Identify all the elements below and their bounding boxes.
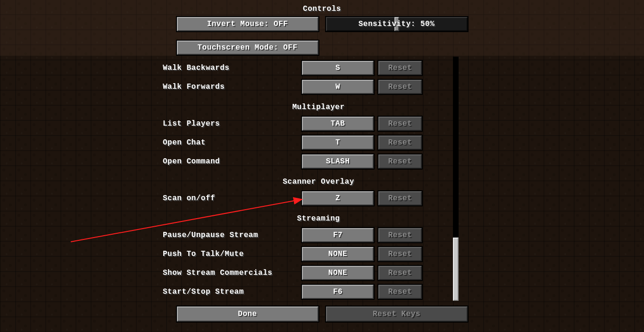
section-heading-text: Scanner Overlay [283, 178, 354, 186]
keybind-label: Push To Talk/Mute [163, 250, 244, 258]
invert-mouse-button[interactable]: Invert Mouse: OFF [177, 17, 318, 31]
touchscreen-mode-button[interactable]: Touchscreen Mode: OFF [177, 41, 318, 55]
keybind-reset-button: Reset [378, 228, 422, 242]
keybind-label: Walk Forwards [163, 83, 225, 91]
keybind-reset-button: Reset [378, 136, 422, 150]
keybind-key-label: W [335, 83, 340, 91]
keybind-label: Open Command [163, 157, 220, 166]
keybind-key-button[interactable]: F7 [302, 228, 374, 242]
keybind-key-button[interactable]: SLASH [302, 154, 374, 169]
keybind-reset-label: Reset [388, 64, 412, 72]
keybind-key-label: F6 [333, 288, 343, 296]
keybind-reset-button: Reset [378, 61, 422, 75]
keybind-reset-button: Reset [378, 285, 422, 299]
keybind-key-label: T [335, 138, 340, 147]
done-label: Done [238, 310, 257, 318]
keybind-key-button[interactable]: NONE [302, 266, 374, 280]
keybind-key-label: SLASH [326, 157, 350, 166]
keybind-label: Open Chat [163, 138, 206, 147]
keybind-label: Walk Backwards [163, 64, 229, 72]
keybind-reset-label: Reset [388, 138, 412, 147]
keybind-reset-button: Reset [378, 154, 422, 169]
section-heading: Multiplayer [163, 103, 474, 111]
header-row-1: Invert Mouse: OFF Sensitivity: 50% [177, 17, 468, 31]
keybind-reset-label: Reset [388, 157, 412, 166]
keybind-reset-button: Reset [378, 266, 422, 280]
keybind-key-label: F7 [333, 231, 343, 239]
keybind-key-label: NONE [328, 250, 347, 258]
sensitivity-label: Sensitivity: 50% [359, 20, 435, 28]
keybind-row: Push To Talk/MuteNONEReset [163, 247, 474, 262]
section-heading: Streaming [163, 214, 474, 223]
keybind-row: Open ChatTReset [163, 135, 474, 150]
keybind-row: Start/Stop StreamF6Reset [163, 284, 474, 299]
keybind-row: Walk BackwardsSReset [163, 60, 474, 76]
keybind-key-label: TAB [331, 119, 345, 128]
keybind-row: Show Stream CommercialsNONEReset [163, 265, 474, 281]
done-button[interactable]: Done [177, 306, 318, 322]
keybind-key-button[interactable]: Z [302, 191, 374, 205]
keybind-reset-label: Reset [388, 250, 412, 258]
section-heading: Scanner Overlay [163, 178, 474, 186]
keybind-key-label: S [335, 64, 340, 72]
keybind-key-label: Z [335, 194, 340, 203]
keybind-label: Start/Stop Stream [163, 288, 244, 296]
keybind-reset-label: Reset [388, 288, 412, 296]
keybind-reset-button: Reset [378, 80, 422, 94]
keybind-key-button[interactable]: T [302, 136, 374, 150]
keybind-row: Pause/Unpause StreamF7Reset [163, 228, 474, 243]
keybind-key-label: NONE [328, 269, 347, 277]
keybind-reset-label: Reset [388, 83, 412, 91]
keybind-label: Pause/Unpause Stream [163, 231, 258, 239]
keybind-reset-button: Reset [378, 247, 422, 261]
footer: Done Reset Keys [177, 306, 468, 322]
keybind-key-button[interactable]: S [302, 61, 374, 75]
keybind-label: Show Stream Commercials [163, 269, 272, 277]
page-title: Controls [0, 5, 644, 13]
keybind-reset-label: Reset [388, 269, 412, 277]
reset-keys-label: Reset Keys [373, 310, 420, 318]
keybind-key-button[interactable]: TAB [302, 117, 374, 131]
keybind-label: Scan on/off [163, 194, 215, 203]
section-heading-text: Streaming [297, 214, 340, 223]
keybind-row: Open CommandSLASHReset [163, 154, 474, 169]
section-heading-text: Multiplayer [292, 103, 344, 111]
sensitivity-slider[interactable]: Sensitivity: 50% [326, 17, 468, 31]
keybind-key-button[interactable]: F6 [302, 285, 374, 299]
controls-list[interactable]: Walk BackwardsSResetWalk ForwardsWResetM… [0, 57, 644, 301]
keybind-key-button[interactable]: NONE [302, 247, 374, 261]
scrollbar-track[interactable] [453, 57, 459, 301]
keybind-reset-button: Reset [378, 191, 422, 205]
keybind-row: Walk ForwardsWReset [163, 79, 474, 94]
touchscreen-mode-label: Touchscreen Mode: OFF [197, 43, 297, 52]
keybind-reset-label: Reset [388, 231, 412, 239]
invert-mouse-label: Invert Mouse: OFF [207, 20, 288, 28]
page-title-text: Controls [303, 5, 341, 13]
keybind-row: List PlayersTABReset [163, 116, 474, 131]
keybind-label: List Players [163, 119, 220, 128]
header-row-2: Touchscreen Mode: OFF [177, 41, 468, 55]
keybind-reset-button: Reset [378, 117, 422, 131]
keybind-reset-label: Reset [388, 194, 412, 203]
scrollbar-thumb[interactable] [453, 238, 459, 301]
keybind-key-button[interactable]: W [302, 80, 374, 94]
keybind-reset-label: Reset [388, 119, 412, 128]
keybind-row: Scan on/offZReset [163, 191, 474, 206]
reset-keys-button: Reset Keys [326, 306, 468, 322]
